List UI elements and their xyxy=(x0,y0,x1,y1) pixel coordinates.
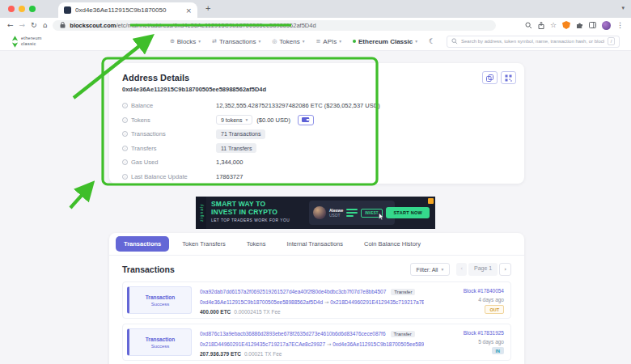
nav-transactions[interactable]: ⇄ Transactions ▾ xyxy=(212,38,260,45)
info-icon: i xyxy=(122,159,128,165)
search-icon xyxy=(451,38,458,44)
home-icon[interactable]: ⌂ xyxy=(43,22,48,29)
transfers-count-badge[interactable]: 11 Transfers xyxy=(216,143,256,153)
etc-logo-icon xyxy=(11,36,19,48)
trader-stats xyxy=(346,209,358,217)
search-input[interactable] xyxy=(461,39,604,44)
browser-toolbar: ← → ↻ ⌂ blockscout.com/etc/mainnet/addre… xyxy=(0,18,631,32)
block-link[interactable]: Block #17840054 xyxy=(432,288,504,294)
tx-age: 5 days ago xyxy=(432,339,504,345)
bookmark-star-icon[interactable]: ☆ xyxy=(550,22,557,29)
chevron-down-icon: ▾ xyxy=(441,267,443,272)
qr-code-button[interactable] xyxy=(501,71,516,84)
etc-logo[interactable]: ethereum classic xyxy=(11,36,42,48)
balance-row: iBalance 12,352,555.428752133297482086 E… xyxy=(122,99,511,113)
tab-search-icon[interactable]: ▾ xyxy=(621,5,625,11)
transactions-count-badge[interactable]: 71 Transactions xyxy=(216,129,265,139)
ad-banner[interactable]: zignaly SMART WAY TO INVEST IN CRYPTO LE… xyxy=(196,197,435,229)
trader-name: Alexwe USDT xyxy=(329,208,343,218)
apis-icon: ≡ xyxy=(316,38,320,44)
address-bar[interactable]: blockscout.com/etc/mainnet/address/0xd4e… xyxy=(53,20,496,31)
chevron-down-icon: ▾ xyxy=(415,39,417,44)
tokens-dropdown[interactable]: 9 tokens ▾ xyxy=(216,115,252,125)
network-status-dot xyxy=(353,40,356,43)
wallet-icon xyxy=(302,116,310,123)
wallet-button[interactable] xyxy=(298,115,314,125)
tab-tokens[interactable]: Tokens xyxy=(239,236,274,252)
direction-badge: IN xyxy=(492,347,505,354)
address-details-card: Address Details 0xd4e36Ae112915C9b187005… xyxy=(109,63,524,184)
transaction-details: 0xd876c13a9ebacb36886d2893ebe678f2635d27… xyxy=(200,328,424,356)
info-icon: i xyxy=(122,103,128,108)
tokens-usd-value: ($0.00 USD) xyxy=(256,116,290,124)
window-zoom-button[interactable] xyxy=(29,6,36,12)
transactions-icon: ⇄ xyxy=(212,38,217,44)
prev-page-button[interactable]: ‹ xyxy=(456,263,467,276)
transaction-status-tile: Transaction Success xyxy=(127,286,192,314)
from-address-link[interactable]: 0x218D44960291E4129435c719217a7ECAe8c299… xyxy=(200,341,325,347)
transaction-meta: Block #17840054 4 days ago OUT xyxy=(432,286,506,314)
url-domain: blockscout.com xyxy=(70,22,116,29)
balance-value: 12,352,555.428752133297482086 ETC ($236,… xyxy=(216,102,380,109)
tab-coin-balance-history[interactable]: Coin Balance History xyxy=(356,236,429,252)
info-icon: i xyxy=(122,117,128,123)
tx-hash-link[interactable]: 0xd876c13a9ebacb36886d2893ebe678f2635d27… xyxy=(200,331,386,336)
site-header: ethereum classic ⊕ Blocks ▾ ⇄ Transactio… xyxy=(0,32,631,51)
to-address-link[interactable]: 0x218D44960291E4129435c719217a7ECAe8c299… xyxy=(330,299,424,305)
site-search[interactable]: / xyxy=(447,36,620,48)
extensions-icon[interactable] xyxy=(576,22,583,29)
transaction-row: Transaction Success 0xa92dab7dd6157a2f06… xyxy=(122,281,511,319)
start-now-button[interactable]: START NOW xyxy=(386,207,430,218)
reload-icon[interactable]: ↻ xyxy=(31,22,37,29)
to-address-link[interactable]: 0xd4e36Ae112915C9b18700505ee58988562af5D… xyxy=(332,341,424,347)
tab-token-transfers[interactable]: Token Transfers xyxy=(174,236,233,252)
pagination: ‹ Page 1 › xyxy=(456,263,511,276)
share-icon[interactable] xyxy=(538,22,544,29)
nav-tokens[interactable]: ◎ Tokens ▾ xyxy=(272,38,304,45)
from-address-link[interactable]: 0xd4e36Ae112915C9b18700505ee58988562af5D… xyxy=(200,299,323,305)
tab-favicon-icon xyxy=(64,6,71,14)
ad-headline: INVEST IN CRYPTO xyxy=(211,209,290,217)
ad-choices-icon[interactable] xyxy=(428,198,434,204)
browser-menu-icon[interactable]: ⋮ xyxy=(616,22,624,29)
tab-transactions[interactable]: Transactions xyxy=(116,236,169,252)
chevron-down-icon: ▾ xyxy=(198,39,201,44)
nav-apis[interactable]: ≡ APIs ▾ xyxy=(316,38,341,45)
tokens-icon: ◎ xyxy=(272,38,277,44)
browser-tab[interactable]: 0xd4e36Ae112915C9b1870050 × xyxy=(58,2,197,18)
url-path: /etc/mainnet/address/0xd4e36Ae112915C9b1… xyxy=(116,22,316,29)
section-heading: Transactions xyxy=(122,265,175,274)
invest-button[interactable]: INVEST xyxy=(361,209,382,218)
block-link[interactable]: Block #17831925 xyxy=(432,330,504,336)
window-controls xyxy=(8,6,36,12)
dark-mode-toggle-icon[interactable]: ☾ xyxy=(429,37,435,45)
nav-blocks[interactable]: ⊕ Blocks ▾ xyxy=(170,38,201,45)
next-page-button[interactable]: › xyxy=(499,263,511,276)
side-panel-icon[interactable] xyxy=(589,22,596,28)
search-icon[interactable] xyxy=(525,22,532,29)
profile-avatar[interactable] xyxy=(602,21,611,30)
tab-internal-transactions[interactable]: Internal Transactions xyxy=(278,236,351,252)
window-close-button[interactable] xyxy=(8,6,15,12)
transaction-status-tile: Transaction Success xyxy=(127,328,192,356)
transactions-card: Transactions Token Transfers Tokens Inte… xyxy=(109,233,524,364)
network-selector[interactable]: Ethereum Classic ▾ xyxy=(353,38,417,45)
tx-hash-link[interactable]: 0xa92dab7dd6157a2f0692519261527d4ea40f2f… xyxy=(200,289,386,294)
page-indicator: Page 1 xyxy=(468,263,498,276)
cursor-icon xyxy=(379,213,384,220)
transactions-header: Transactions Filter: All ▾ ‹ Page 1 › xyxy=(109,256,524,281)
copy-address-button[interactable] xyxy=(482,71,498,84)
lock-icon xyxy=(60,22,66,28)
filter-button[interactable]: Filter: All ▾ xyxy=(410,263,451,276)
address-detail-rows: iBalance 12,352,555.428752133297482086 E… xyxy=(122,99,511,184)
window-minimize-button[interactable] xyxy=(19,6,25,12)
new-tab-button[interactable]: + xyxy=(205,3,210,13)
url-text: blockscout.com/etc/mainnet/address/0xd4e… xyxy=(70,22,316,29)
qr-code-icon xyxy=(505,74,512,82)
forward-icon[interactable]: → xyxy=(19,22,26,29)
back-icon[interactable]: ← xyxy=(7,22,14,29)
chevron-down-icon: ▾ xyxy=(303,39,305,44)
metamask-icon[interactable] xyxy=(562,21,570,29)
tab-close-icon[interactable]: × xyxy=(185,6,192,15)
tx-amount: 400.000 ETC xyxy=(200,309,231,314)
